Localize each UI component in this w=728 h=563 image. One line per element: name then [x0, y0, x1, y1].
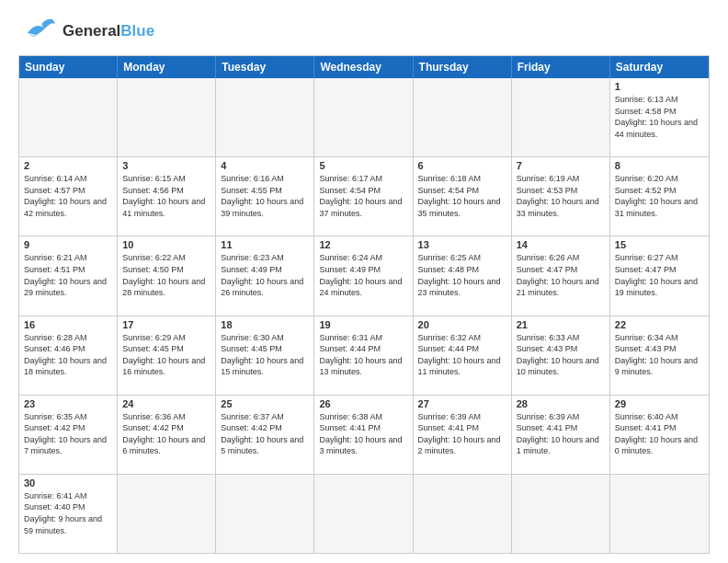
cell-info: Sunrise: 6:28 AMSunset: 4:46 PMDaylight:…	[24, 332, 112, 378]
calendar-week-1: 2Sunrise: 6:14 AMSunset: 4:57 PMDaylight…	[19, 157, 709, 236]
cell-info: Sunrise: 6:29 AMSunset: 4:45 PMDaylight:…	[122, 332, 210, 378]
calendar-week-5: 30Sunrise: 6:41 AMSunset: 4:40 PMDayligh…	[19, 475, 709, 553]
cell-info: Sunrise: 6:16 AMSunset: 4:55 PMDaylight:…	[221, 173, 309, 219]
calendar-cell-4-2: 25Sunrise: 6:37 AMSunset: 4:42 PMDayligh…	[216, 396, 314, 474]
calendar-cell-3-6: 22Sunrise: 6:34 AMSunset: 4:43 PMDayligh…	[610, 316, 709, 395]
weekday-sunday: Sunday	[19, 56, 118, 78]
calendar-cell-3-2: 18Sunrise: 6:30 AMSunset: 4:45 PMDayligh…	[216, 316, 314, 395]
calendar-header: Sunday Monday Tuesday Wednesday Thursday…	[19, 56, 709, 78]
day-number: 17	[122, 319, 210, 330]
calendar-cell-3-4: 20Sunrise: 6:32 AMSunset: 4:44 PMDayligh…	[414, 316, 512, 395]
day-number: 2	[24, 160, 112, 171]
calendar-cell-4-3: 26Sunrise: 6:38 AMSunset: 4:41 PMDayligh…	[314, 396, 413, 474]
calendar-cell-0-0	[19, 78, 118, 156]
cell-info: Sunrise: 6:13 AMSunset: 4:58 PMDaylight:…	[615, 94, 704, 140]
logo-text: GeneralBlue	[63, 22, 154, 40]
day-number: 25	[221, 398, 309, 409]
page: GeneralBlue Sunday Monday Tuesday Wednes…	[0, 0, 728, 563]
calendar-cell-1-1: 3Sunrise: 6:15 AMSunset: 4:56 PMDaylight…	[118, 157, 216, 236]
calendar-week-0: 1Sunrise: 6:13 AMSunset: 4:58 PMDaylight…	[19, 78, 709, 157]
calendar-cell-4-0: 23Sunrise: 6:35 AMSunset: 4:42 PMDayligh…	[19, 396, 118, 474]
header: GeneralBlue	[18, 15, 710, 48]
day-number: 12	[319, 239, 407, 250]
cell-info: Sunrise: 6:26 AMSunset: 4:47 PMDaylight:…	[517, 252, 605, 298]
logo: GeneralBlue	[18, 15, 154, 48]
day-number: 4	[221, 160, 309, 171]
cell-info: Sunrise: 6:24 AMSunset: 4:49 PMDaylight:…	[319, 252, 407, 298]
cell-info: Sunrise: 6:22 AMSunset: 4:50 PMDaylight:…	[122, 252, 210, 298]
calendar-cell-0-1	[118, 78, 216, 156]
calendar-cell-0-2	[216, 78, 314, 156]
calendar-week-4: 23Sunrise: 6:35 AMSunset: 4:42 PMDayligh…	[19, 396, 709, 475]
calendar: Sunday Monday Tuesday Wednesday Thursday…	[18, 55, 710, 554]
day-number: 20	[418, 319, 506, 330]
day-number: 6	[418, 160, 506, 171]
calendar-cell-0-6: 1Sunrise: 6:13 AMSunset: 4:58 PMDaylight…	[610, 78, 709, 156]
day-number: 5	[319, 160, 407, 171]
day-number: 10	[122, 239, 210, 250]
day-number: 1	[615, 81, 704, 92]
day-number: 8	[615, 160, 704, 171]
cell-info: Sunrise: 6:15 AMSunset: 4:56 PMDaylight:…	[122, 173, 210, 219]
calendar-cell-4-6: 29Sunrise: 6:40 AMSunset: 4:41 PMDayligh…	[610, 396, 709, 474]
day-number: 23	[24, 398, 112, 409]
calendar-cell-0-3	[314, 78, 413, 156]
cell-info: Sunrise: 6:17 AMSunset: 4:54 PMDaylight:…	[319, 173, 407, 219]
calendar-cell-0-5	[512, 78, 610, 156]
calendar-cell-2-3: 12Sunrise: 6:24 AMSunset: 4:49 PMDayligh…	[314, 236, 413, 315]
cell-info: Sunrise: 6:14 AMSunset: 4:57 PMDaylight:…	[24, 173, 112, 219]
day-number: 30	[24, 477, 112, 488]
cell-info: Sunrise: 6:19 AMSunset: 4:53 PMDaylight:…	[517, 173, 605, 219]
day-number: 14	[517, 239, 605, 250]
weekday-friday: Friday	[512, 56, 610, 78]
cell-info: Sunrise: 6:37 AMSunset: 4:42 PMDaylight:…	[221, 411, 309, 457]
cell-info: Sunrise: 6:30 AMSunset: 4:45 PMDaylight:…	[221, 332, 309, 378]
day-number: 29	[615, 398, 704, 409]
cell-info: Sunrise: 6:39 AMSunset: 4:41 PMDaylight:…	[517, 411, 605, 457]
calendar-body: 1Sunrise: 6:13 AMSunset: 4:58 PMDaylight…	[19, 78, 709, 553]
calendar-cell-1-0: 2Sunrise: 6:14 AMSunset: 4:57 PMDaylight…	[19, 157, 118, 236]
day-number: 7	[517, 160, 605, 171]
calendar-cell-5-3	[314, 475, 413, 553]
cell-info: Sunrise: 6:33 AMSunset: 4:43 PMDaylight:…	[517, 332, 605, 378]
calendar-cell-2-0: 9Sunrise: 6:21 AMSunset: 4:51 PMDaylight…	[19, 236, 118, 315]
cell-info: Sunrise: 6:35 AMSunset: 4:42 PMDaylight:…	[24, 411, 112, 457]
cell-info: Sunrise: 6:36 AMSunset: 4:42 PMDaylight:…	[122, 411, 210, 457]
cell-info: Sunrise: 6:34 AMSunset: 4:43 PMDaylight:…	[615, 332, 704, 378]
calendar-cell-1-2: 4Sunrise: 6:16 AMSunset: 4:55 PMDaylight…	[216, 157, 314, 236]
calendar-cell-1-4: 6Sunrise: 6:18 AMSunset: 4:54 PMDaylight…	[414, 157, 512, 236]
weekday-monday: Monday	[118, 56, 216, 78]
calendar-cell-4-5: 28Sunrise: 6:39 AMSunset: 4:41 PMDayligh…	[512, 396, 610, 474]
cell-info: Sunrise: 6:23 AMSunset: 4:49 PMDaylight:…	[221, 252, 309, 298]
weekday-wednesday: Wednesday	[314, 56, 413, 78]
calendar-cell-0-4	[414, 78, 512, 156]
calendar-cell-3-0: 16Sunrise: 6:28 AMSunset: 4:46 PMDayligh…	[19, 316, 118, 395]
weekday-saturday: Saturday	[610, 56, 709, 78]
calendar-cell-2-2: 11Sunrise: 6:23 AMSunset: 4:49 PMDayligh…	[216, 236, 314, 315]
logo-icon	[18, 15, 59, 48]
weekday-tuesday: Tuesday	[216, 56, 314, 78]
day-number: 15	[615, 239, 704, 250]
calendar-cell-3-5: 21Sunrise: 6:33 AMSunset: 4:43 PMDayligh…	[512, 316, 610, 395]
cell-info: Sunrise: 6:41 AMSunset: 4:40 PMDaylight:…	[24, 490, 112, 536]
day-number: 11	[221, 239, 309, 250]
cell-info: Sunrise: 6:39 AMSunset: 4:41 PMDaylight:…	[418, 411, 506, 457]
cell-info: Sunrise: 6:25 AMSunset: 4:48 PMDaylight:…	[418, 252, 506, 298]
day-number: 18	[221, 319, 309, 330]
calendar-cell-5-6	[610, 475, 709, 553]
day-number: 27	[418, 398, 506, 409]
cell-info: Sunrise: 6:18 AMSunset: 4:54 PMDaylight:…	[418, 173, 506, 219]
calendar-cell-5-5	[512, 475, 610, 553]
calendar-week-3: 16Sunrise: 6:28 AMSunset: 4:46 PMDayligh…	[19, 316, 709, 396]
cell-info: Sunrise: 6:32 AMSunset: 4:44 PMDaylight:…	[418, 332, 506, 378]
calendar-cell-5-4	[414, 475, 512, 553]
cell-info: Sunrise: 6:40 AMSunset: 4:41 PMDaylight:…	[615, 411, 704, 457]
day-number: 9	[24, 239, 112, 250]
day-number: 26	[319, 398, 407, 409]
day-number: 22	[615, 319, 704, 330]
calendar-cell-1-6: 8Sunrise: 6:20 AMSunset: 4:52 PMDaylight…	[610, 157, 709, 236]
calendar-cell-2-1: 10Sunrise: 6:22 AMSunset: 4:50 PMDayligh…	[118, 236, 216, 315]
calendar-cell-5-0: 30Sunrise: 6:41 AMSunset: 4:40 PMDayligh…	[19, 475, 118, 553]
calendar-cell-4-1: 24Sunrise: 6:36 AMSunset: 4:42 PMDayligh…	[118, 396, 216, 474]
cell-info: Sunrise: 6:27 AMSunset: 4:47 PMDaylight:…	[615, 252, 704, 298]
